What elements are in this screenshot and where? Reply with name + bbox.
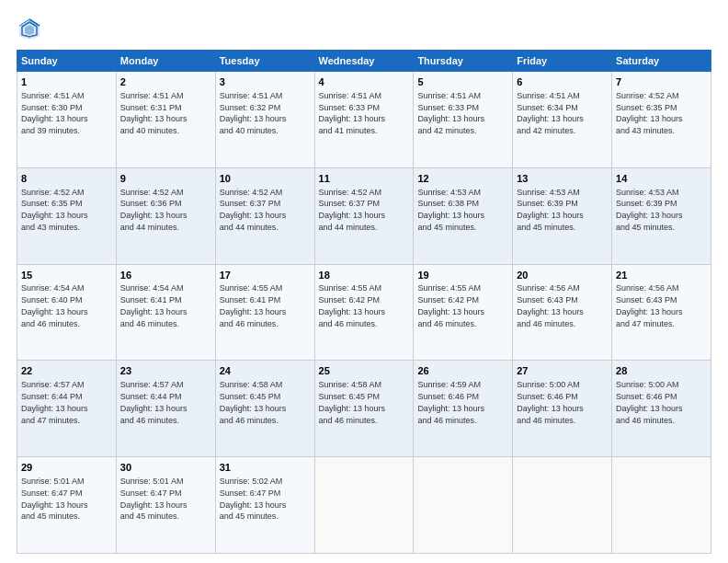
day-number: 29 xyxy=(21,461,112,475)
day-number: 9 xyxy=(120,172,211,186)
calendar-cell: 11Sunrise: 4:52 AM Sunset: 6:37 PM Dayli… xyxy=(314,167,414,264)
day-number: 10 xyxy=(220,172,311,186)
calendar-cell: 22Sunrise: 4:57 AM Sunset: 6:44 PM Dayli… xyxy=(17,361,117,457)
day-number: 12 xyxy=(417,172,508,186)
day-info: Sunrise: 4:57 AM Sunset: 6:44 PM Dayligh… xyxy=(21,380,88,424)
calendar-cell: 31Sunrise: 5:02 AM Sunset: 6:47 PM Dayli… xyxy=(215,457,314,554)
calendar-cell: 18Sunrise: 4:55 AM Sunset: 6:42 PM Dayli… xyxy=(314,264,414,361)
calendar-cell: 24Sunrise: 4:58 AM Sunset: 6:45 PM Dayli… xyxy=(215,361,314,457)
calendar-cell: 13Sunrise: 4:53 AM Sunset: 6:39 PM Dayli… xyxy=(513,167,612,264)
calendar-cell: 26Sunrise: 4:59 AM Sunset: 6:46 PM Dayli… xyxy=(414,361,513,457)
calendar-week-3: 15Sunrise: 4:54 AM Sunset: 6:40 PM Dayli… xyxy=(17,264,711,361)
header-cell-wednesday: Wednesday xyxy=(314,51,414,72)
calendar-cell: 20Sunrise: 4:56 AM Sunset: 6:43 PM Dayli… xyxy=(513,264,612,361)
day-info: Sunrise: 4:52 AM Sunset: 6:35 PM Dayligh… xyxy=(21,188,88,232)
day-number: 16 xyxy=(120,269,211,282)
day-info: Sunrise: 5:02 AM Sunset: 6:47 PM Dayligh… xyxy=(220,477,287,521)
calendar-week-1: 1Sunrise: 4:51 AM Sunset: 6:30 PM Daylig… xyxy=(17,72,711,168)
day-info: Sunrise: 4:51 AM Sunset: 6:33 PM Dayligh… xyxy=(417,91,484,135)
day-number: 19 xyxy=(417,269,508,282)
calendar-week-5: 29Sunrise: 5:01 AM Sunset: 6:47 PM Dayli… xyxy=(17,457,711,554)
calendar-cell: 27Sunrise: 5:00 AM Sunset: 6:46 PM Dayli… xyxy=(513,361,612,457)
calendar-week-2: 8Sunrise: 4:52 AM Sunset: 6:35 PM Daylig… xyxy=(17,167,711,264)
calendar-cell: 25Sunrise: 4:58 AM Sunset: 6:45 PM Dayli… xyxy=(314,361,414,457)
calendar-cell: 17Sunrise: 4:55 AM Sunset: 6:41 PM Dayli… xyxy=(215,264,314,361)
day-number: 13 xyxy=(517,172,608,186)
calendar-cell: 21Sunrise: 4:56 AM Sunset: 6:43 PM Dayli… xyxy=(612,264,711,361)
day-info: Sunrise: 4:51 AM Sunset: 6:32 PM Dayligh… xyxy=(220,91,287,135)
calendar-cell: 15Sunrise: 4:54 AM Sunset: 6:40 PM Dayli… xyxy=(17,264,117,361)
day-number: 30 xyxy=(120,461,211,475)
header-row: SundayMondayTuesdayWednesdayThursdayFrid… xyxy=(17,51,711,72)
calendar-cell: 12Sunrise: 4:53 AM Sunset: 6:38 PM Dayli… xyxy=(414,167,513,264)
day-number: 6 xyxy=(517,75,608,89)
day-info: Sunrise: 4:51 AM Sunset: 6:33 PM Dayligh… xyxy=(319,91,386,135)
calendar-body: 1Sunrise: 4:51 AM Sunset: 6:30 PM Daylig… xyxy=(17,72,711,554)
day-info: Sunrise: 4:53 AM Sunset: 6:39 PM Dayligh… xyxy=(616,188,683,232)
day-info: Sunrise: 4:55 AM Sunset: 6:42 PM Dayligh… xyxy=(319,283,386,327)
day-info: Sunrise: 5:01 AM Sunset: 6:47 PM Dayligh… xyxy=(120,477,188,521)
header-cell-friday: Friday xyxy=(513,51,612,72)
calendar-cell: 7Sunrise: 4:52 AM Sunset: 6:35 PM Daylig… xyxy=(612,72,711,168)
day-number: 3 xyxy=(220,75,311,89)
day-number: 1 xyxy=(21,75,112,89)
day-info: Sunrise: 4:51 AM Sunset: 6:30 PM Dayligh… xyxy=(21,91,88,135)
day-info: Sunrise: 4:53 AM Sunset: 6:38 PM Dayligh… xyxy=(417,188,484,232)
calendar-cell: 3Sunrise: 4:51 AM Sunset: 6:32 PM Daylig… xyxy=(215,72,314,168)
calendar-cell xyxy=(513,457,612,554)
day-number: 22 xyxy=(21,364,112,378)
calendar-cell: 14Sunrise: 4:53 AM Sunset: 6:39 PM Dayli… xyxy=(612,167,711,264)
header-cell-monday: Monday xyxy=(116,51,215,72)
calendar-cell: 16Sunrise: 4:54 AM Sunset: 6:41 PM Dayli… xyxy=(116,264,215,361)
calendar-table: SundayMondayTuesdayWednesdayThursdayFrid… xyxy=(17,50,711,554)
calendar-cell: 1Sunrise: 4:51 AM Sunset: 6:30 PM Daylig… xyxy=(17,72,117,168)
header-cell-tuesday: Tuesday xyxy=(215,51,314,72)
calendar-cell xyxy=(414,457,513,554)
day-number: 5 xyxy=(417,75,508,89)
day-info: Sunrise: 4:54 AM Sunset: 6:41 PM Dayligh… xyxy=(120,283,188,327)
day-number: 28 xyxy=(616,364,707,378)
day-info: Sunrise: 4:58 AM Sunset: 6:45 PM Dayligh… xyxy=(220,380,287,424)
calendar-cell: 28Sunrise: 5:00 AM Sunset: 6:46 PM Dayli… xyxy=(612,361,711,457)
calendar-cell xyxy=(612,457,711,554)
logo xyxy=(17,17,44,42)
day-number: 8 xyxy=(21,172,112,186)
day-number: 20 xyxy=(517,269,608,282)
day-number: 27 xyxy=(517,364,608,378)
day-info: Sunrise: 5:00 AM Sunset: 6:46 PM Dayligh… xyxy=(517,380,584,424)
day-info: Sunrise: 4:52 AM Sunset: 6:37 PM Dayligh… xyxy=(319,188,386,232)
logo-icon xyxy=(17,17,42,42)
day-info: Sunrise: 4:51 AM Sunset: 6:31 PM Dayligh… xyxy=(120,91,188,135)
header-cell-saturday: Saturday xyxy=(612,51,711,72)
day-info: Sunrise: 4:51 AM Sunset: 6:34 PM Dayligh… xyxy=(517,91,584,135)
calendar-cell: 8Sunrise: 4:52 AM Sunset: 6:35 PM Daylig… xyxy=(17,167,117,264)
calendar-week-4: 22Sunrise: 4:57 AM Sunset: 6:44 PM Dayli… xyxy=(17,361,711,457)
calendar-cell: 5Sunrise: 4:51 AM Sunset: 6:33 PM Daylig… xyxy=(414,72,513,168)
day-info: Sunrise: 4:55 AM Sunset: 6:42 PM Dayligh… xyxy=(417,283,484,327)
page: SundayMondayTuesdayWednesdayThursdayFrid… xyxy=(0,0,728,563)
header xyxy=(17,17,711,42)
day-number: 21 xyxy=(616,269,707,282)
header-cell-thursday: Thursday xyxy=(414,51,513,72)
day-number: 18 xyxy=(319,269,410,282)
day-info: Sunrise: 4:56 AM Sunset: 6:43 PM Dayligh… xyxy=(616,283,683,327)
day-number: 7 xyxy=(616,75,707,89)
day-info: Sunrise: 5:00 AM Sunset: 6:46 PM Dayligh… xyxy=(616,380,683,424)
day-number: 2 xyxy=(120,75,211,89)
calendar-cell: 29Sunrise: 5:01 AM Sunset: 6:47 PM Dayli… xyxy=(17,457,117,554)
calendar-cell: 23Sunrise: 4:57 AM Sunset: 6:44 PM Dayli… xyxy=(116,361,215,457)
day-info: Sunrise: 4:59 AM Sunset: 6:46 PM Dayligh… xyxy=(417,380,484,424)
day-number: 24 xyxy=(220,364,311,378)
day-number: 14 xyxy=(616,172,707,186)
day-number: 4 xyxy=(319,75,410,89)
day-info: Sunrise: 4:52 AM Sunset: 6:35 PM Dayligh… xyxy=(616,91,683,135)
calendar-cell: 4Sunrise: 4:51 AM Sunset: 6:33 PM Daylig… xyxy=(314,72,414,168)
day-info: Sunrise: 4:56 AM Sunset: 6:43 PM Dayligh… xyxy=(517,283,584,327)
day-number: 15 xyxy=(21,269,112,282)
header-cell-sunday: Sunday xyxy=(17,51,117,72)
day-number: 26 xyxy=(417,364,508,378)
calendar-cell: 9Sunrise: 4:52 AM Sunset: 6:36 PM Daylig… xyxy=(116,167,215,264)
day-info: Sunrise: 4:54 AM Sunset: 6:40 PM Dayligh… xyxy=(21,283,88,327)
day-number: 11 xyxy=(319,172,410,186)
day-number: 23 xyxy=(120,364,211,378)
